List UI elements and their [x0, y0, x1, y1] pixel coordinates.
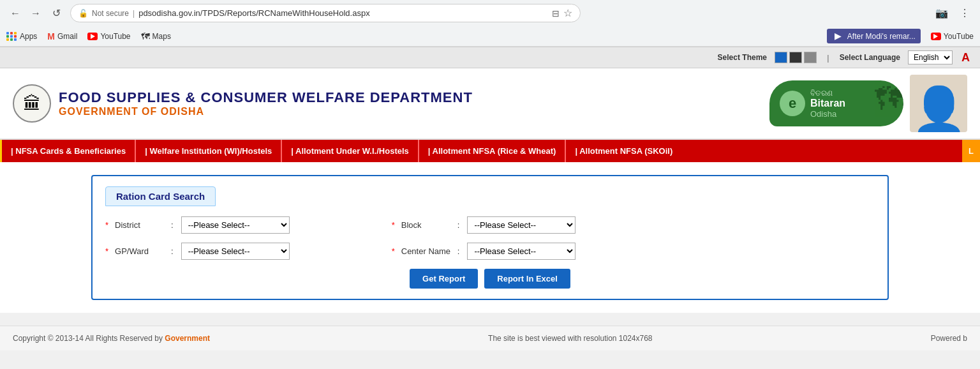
- bookmarks-bar: Apps M Gmail YouTube 🗺 Maps ▶ After Modi…: [0, 26, 980, 47]
- nav-item-welfare[interactable]: | Welfare Institution (WI)/Hostels: [135, 140, 281, 162]
- center-label: Center Name: [401, 246, 452, 256]
- nav-bar: | NFSA Cards & Beneficiaries | Welfare I…: [0, 140, 980, 162]
- district-required: *: [105, 220, 108, 230]
- block-label: Block: [401, 220, 452, 230]
- block-group: * Block : --Please Select--: [392, 216, 576, 234]
- header-right: e ବିତରଣ Bitaran Odisha 🗺 👤: [769, 75, 967, 132]
- header-logo: 🏛 FOOD SUPPLIES & CONSUMER WELFARE DEPAR…: [13, 84, 473, 123]
- dept-sub: GOVERNMENT OF ODISHA: [59, 106, 473, 117]
- center-colon: :: [457, 246, 460, 256]
- nav-item-allotment-nfsa-oil[interactable]: | Allotment NFSA (SKOil): [565, 140, 681, 162]
- menu-button[interactable]: ⋮: [956, 4, 974, 22]
- footer-powered: Powered b: [931, 334, 967, 343]
- nav-item-allotment-nfsa-rice[interactable]: | Allotment NFSA (Rice & Wheat): [418, 140, 565, 162]
- ebitaran-logo: e ବିତରଣ Bitaran Odisha 🗺: [769, 80, 903, 126]
- footer-govt: Government: [165, 334, 210, 343]
- bookmark-apps[interactable]: Apps: [6, 32, 37, 41]
- theme-label: Select Theme: [718, 53, 767, 62]
- maps-label: Maps: [152, 32, 171, 41]
- block-required: *: [392, 220, 395, 230]
- form-actions: Get Report Report In Excel: [105, 269, 875, 289]
- gpward-label: GP/Ward: [115, 246, 166, 256]
- ebitaran-sub: Odisha: [810, 109, 845, 119]
- after-modi-label: After Modi's remar...: [847, 32, 916, 41]
- browser-toolbar: ← → ↺ 🔓 Not secure | pdsodisha.gov.in/TP…: [0, 0, 980, 26]
- report-excel-button[interactable]: Report In Excel: [484, 269, 570, 289]
- back-button[interactable]: ←: [6, 4, 24, 22]
- footer-resolution: The site is best viewed with resolution …: [488, 334, 652, 343]
- main-content: Ration Card Search * District : --Please…: [0, 162, 980, 313]
- nav-more[interactable]: L: [962, 140, 980, 162]
- gmail-icon: M: [47, 31, 55, 41]
- emblem-image: 🏛: [23, 93, 41, 114]
- gpward-colon: :: [171, 246, 174, 256]
- theme-colors: [775, 52, 817, 63]
- search-box: Ration Card Search * District : --Please…: [91, 175, 889, 300]
- ebitaran-odia: ବିତରଣ: [810, 89, 845, 98]
- district-label: District: [115, 220, 166, 230]
- form-row-2: * GP/Ward : --Please Select-- * Center N…: [105, 243, 875, 260]
- star-icon[interactable]: ☆: [563, 7, 572, 19]
- dept-title: FOOD SUPPLIES & CONSUMER WELFARE DEPARTM…: [59, 89, 473, 117]
- india-map-decoration: 🗺: [875, 80, 903, 117]
- get-report-button[interactable]: Get Report: [410, 269, 478, 289]
- forward-button[interactable]: →: [27, 4, 45, 22]
- nav-item-allotment-wi[interactable]: | Allotment Under W.I./Hostels: [281, 140, 417, 162]
- browser-actions: 📷 ⋮: [933, 4, 974, 22]
- footer-copyright: Copyright © 2013-14 All Rights Reserved …: [13, 334, 210, 343]
- center-select[interactable]: --Please Select--: [467, 243, 575, 260]
- bookmark-after-modi[interactable]: ▶ After Modi's remar...: [827, 29, 921, 43]
- lang-label: Select Language: [840, 53, 900, 62]
- browser-chrome: ← → ↺ 🔓 Not secure | pdsodisha.gov.in/TP…: [0, 0, 980, 47]
- site-footer: Copyright © 2013-14 All Rights Reserved …: [0, 326, 980, 350]
- bookmark-youtube-right[interactable]: YouTube: [931, 32, 974, 41]
- right-bookmarks: ▶ After Modi's remar... YouTube: [827, 29, 974, 43]
- bookmark-maps[interactable]: 🗺 Maps: [141, 31, 171, 41]
- nav-buttons: ← → ↺: [6, 4, 65, 22]
- theme-color-dark[interactable]: [789, 52, 802, 63]
- block-colon: :: [457, 220, 460, 230]
- lang-select[interactable]: English Odia: [908, 50, 953, 64]
- ebitaran-label: Bitaran: [810, 98, 845, 109]
- theme-lang-separator: |: [827, 53, 829, 63]
- gmail-label: Gmail: [57, 32, 77, 41]
- gpward-group: * GP/Ward : --Please Select--: [105, 243, 290, 260]
- nav-item-nfsa-cards[interactable]: | NFSA Cards & Beneficiaries: [0, 140, 135, 162]
- gpward-required: *: [105, 246, 108, 256]
- security-label: Not secure: [92, 9, 129, 18]
- theme-bar: Select Theme | Select Language English O…: [0, 47, 980, 68]
- maps-icon: 🗺: [141, 31, 150, 41]
- youtube-right-icon: [931, 33, 941, 40]
- theme-color-blue[interactable]: [775, 52, 787, 63]
- apps-label: Apps: [20, 32, 37, 41]
- apps-grid-icon: [6, 32, 17, 41]
- youtube-right-label: YouTube: [944, 32, 974, 41]
- camera-button[interactable]: 📷: [933, 4, 951, 22]
- bookmark-gmail[interactable]: M Gmail: [47, 31, 77, 41]
- translate-icon[interactable]: ⊟: [552, 8, 560, 19]
- center-group: * Center Name : --Please Select--: [392, 243, 576, 260]
- security-icon: 🔓: [78, 9, 88, 18]
- separator: |: [133, 9, 135, 18]
- address-bar[interactable]: 🔓 Not secure | pdsodisha.gov.in/TPDS/Rep…: [70, 4, 581, 22]
- youtube-icon: [87, 33, 98, 40]
- district-colon: :: [171, 220, 174, 230]
- person-image: 👤: [910, 75, 967, 132]
- gpward-select[interactable]: --Please Select--: [181, 243, 290, 260]
- after-modi-icon: ▶: [832, 31, 843, 41]
- district-select[interactable]: --Please Select--: [181, 216, 290, 234]
- block-select[interactable]: --Please Select--: [467, 216, 575, 234]
- url-text: pdsodisha.gov.in/TPDS/Reports/RCNameWith…: [138, 8, 548, 18]
- bookmark-youtube[interactable]: YouTube: [87, 32, 130, 41]
- dept-name: FOOD SUPPLIES & CONSUMER WELFARE DEPARTM…: [59, 89, 473, 106]
- youtube-label: YouTube: [100, 32, 130, 41]
- district-group: * District : --Please Select--: [105, 216, 290, 234]
- form-row-1: * District : --Please Select-- * Block :…: [105, 216, 875, 234]
- site-header: 🏛 FOOD SUPPLIES & CONSUMER WELFARE DEPAR…: [0, 68, 980, 140]
- reload-button[interactable]: ↺: [47, 4, 65, 22]
- lang-flag-icon: A: [961, 51, 970, 64]
- center-required: *: [392, 246, 395, 256]
- ebitaran-e-icon: e: [780, 91, 805, 116]
- person-silhouette-icon: 👤: [911, 87, 967, 132]
- theme-color-gray[interactable]: [804, 52, 817, 63]
